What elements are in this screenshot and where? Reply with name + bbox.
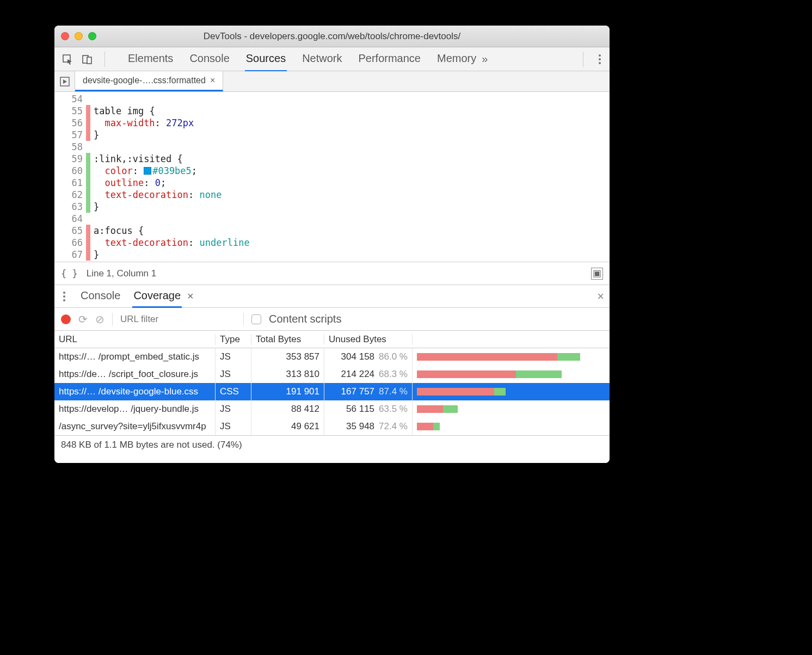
cell-total: 313 810: [251, 366, 324, 383]
cursor-position: Line 1, Column 1: [87, 268, 157, 279]
cell-url: https://… /devsite-google-blue.css: [54, 383, 216, 400]
table-row[interactable]: https://… /prompt_embed_static.jsJS353 8…: [54, 348, 610, 366]
cell-bar: [413, 400, 610, 418]
separator: [243, 313, 244, 326]
table-row[interactable]: https://develop… /jquery-bundle.jsJS88 4…: [54, 400, 610, 418]
column-header[interactable]: Type: [216, 334, 251, 345]
cell-total: 88 412: [251, 400, 324, 418]
separator: [583, 52, 583, 67]
cell-url: /async_survey?site=ylj5ifxusvvmr4p: [54, 418, 216, 435]
panel-tabs: ElementsConsoleSourcesNetworkPerformance…: [127, 47, 477, 72]
url-filter-input[interactable]: [120, 314, 236, 325]
main-toolbar: ElementsConsoleSourcesNetworkPerformance…: [54, 47, 610, 71]
record-button[interactable]: [61, 314, 71, 324]
tab-performance[interactable]: Performance: [358, 47, 422, 72]
cell-url: https://develop… /jquery-bundle.js: [54, 400, 216, 418]
cell-type: JS: [216, 366, 251, 383]
close-drawer-icon[interactable]: ×: [597, 289, 604, 304]
tab-memory[interactable]: Memory: [436, 47, 477, 72]
table-row[interactable]: /async_survey?site=ylj5ifxusvvmr4pJS49 6…: [54, 418, 610, 435]
inspect-element-icon[interactable]: [60, 52, 75, 67]
cell-bar: [413, 418, 610, 435]
drawer-tab-console[interactable]: Console: [79, 285, 121, 308]
close-icon[interactable]: ×: [187, 290, 194, 302]
cell-type: JS: [216, 348, 251, 366]
settings-menu-icon[interactable]: [599, 58, 601, 60]
table-header: URLTypeTotal BytesUnused Bytes: [54, 331, 610, 348]
coverage-table: URLTypeTotal BytesUnused Bytes https://……: [54, 331, 610, 463]
svg-rect-2: [87, 57, 91, 64]
cell-bar: [413, 383, 610, 400]
file-tab-bar: devsite-google-….css:formatted ×: [54, 71, 610, 92]
cell-bar: [413, 348, 610, 366]
clear-icon[interactable]: ⊘: [95, 313, 104, 326]
cell-total: 191 901: [251, 383, 324, 400]
tab-network[interactable]: Network: [301, 47, 343, 72]
cell-unused: 304 15886.0 %: [324, 348, 413, 366]
table-row[interactable]: https://… /devsite-google-blue.cssCSS191…: [54, 383, 610, 400]
tab-console[interactable]: Console: [188, 47, 230, 72]
cell-type: JS: [216, 400, 251, 418]
cell-unused: 167 75787.4 %: [324, 383, 413, 400]
cell-type: JS: [216, 418, 251, 435]
titlebar: DevTools - developers.google.com/web/too…: [54, 26, 610, 47]
window-title: DevTools - developers.google.com/web/too…: [54, 31, 610, 42]
column-header[interactable]: URL: [54, 334, 216, 345]
tab-sources[interactable]: Sources: [245, 47, 287, 72]
drawer-tab-coverage[interactable]: Coverage: [132, 285, 182, 308]
tab-elements[interactable]: Elements: [127, 47, 174, 72]
content-scripts-checkbox[interactable]: [251, 314, 261, 324]
devtools-window: DevTools - developers.google.com/web/too…: [54, 26, 610, 463]
cell-type: CSS: [216, 383, 251, 400]
show-navigator-icon[interactable]: [54, 71, 75, 91]
toggle-sidebar-icon[interactable]: ▣: [591, 268, 603, 280]
drawer: ConsoleCoverage × × ⟳ ⊘ Content scripts …: [54, 285, 610, 463]
cell-unused: 214 22468.3 %: [324, 366, 413, 383]
file-tab[interactable]: devsite-google-….css:formatted ×: [75, 71, 223, 91]
column-header[interactable]: Total Bytes: [251, 334, 324, 345]
editor-statusbar: { } Line 1, Column 1 ▣: [54, 262, 610, 285]
cell-unused: 35 94872.4 %: [324, 418, 413, 435]
cell-total: 49 621: [251, 418, 324, 435]
pretty-print-icon[interactable]: { }: [61, 268, 78, 279]
close-icon[interactable]: ×: [210, 76, 215, 85]
drawer-tabs: ConsoleCoverage × ×: [54, 285, 610, 308]
coverage-summary: 848 KB of 1.1 MB bytes are not used. (74…: [54, 435, 610, 454]
cell-total: 353 857: [251, 348, 324, 366]
device-toolbar-icon[interactable]: [79, 52, 95, 67]
table-row[interactable]: https://de… /script_foot_closure.jsJS313…: [54, 366, 610, 383]
cell-unused: 56 11563.5 %: [324, 400, 413, 418]
column-header[interactable]: Unused Bytes: [324, 334, 413, 345]
coverage-gutter: [86, 92, 90, 262]
more-tabs-icon[interactable]: »: [482, 53, 488, 65]
content-scripts-label: Content scripts: [269, 313, 341, 325]
separator: [104, 52, 105, 67]
cell-url: https://… /prompt_embed_static.js: [54, 348, 216, 366]
separator: [112, 313, 113, 326]
coverage-toolbar: ⟳ ⊘ Content scripts: [54, 308, 610, 331]
line-numbers: 545556575859606162636465666768: [54, 92, 86, 262]
drawer-menu-icon[interactable]: [63, 295, 65, 298]
file-tab-label: devsite-google-….css:formatted: [83, 76, 206, 85]
cell-url: https://de… /script_foot_closure.js: [54, 366, 216, 383]
code-content: table img { max-width: 272px} :link,:vis…: [90, 92, 250, 262]
reload-icon[interactable]: ⟳: [78, 313, 88, 326]
source-editor[interactable]: 545556575859606162636465666768 table img…: [54, 92, 610, 262]
cell-bar: [413, 366, 610, 383]
